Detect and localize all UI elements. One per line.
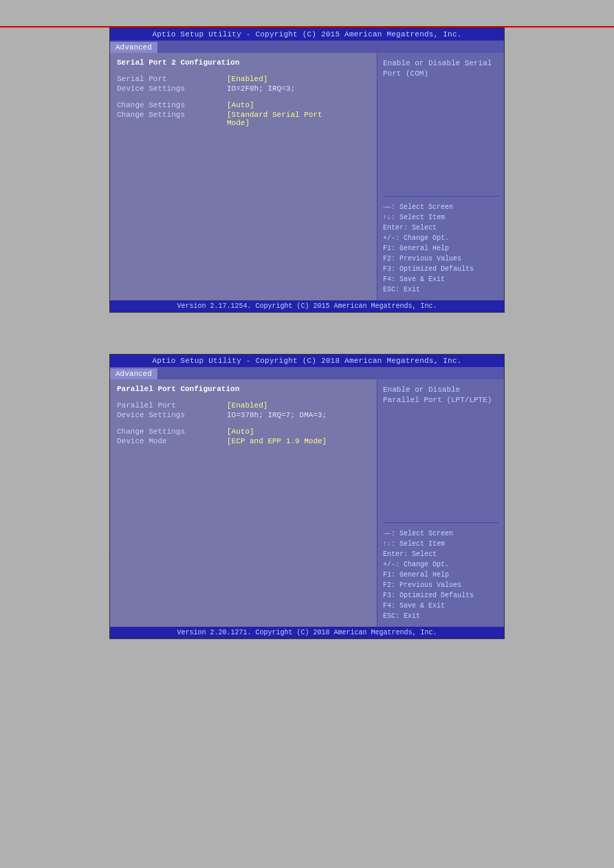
row-change-settings-1a: Change Settings [Auto]: [117, 101, 370, 109]
bios-right-2: Enable or Disable Parallel Port (LPT/LPT…: [377, 379, 504, 627]
spacer-2: [117, 421, 370, 427]
bios-body-1: Serial Port 2 Configuration Serial Port …: [110, 53, 504, 300]
shortcut-select-screen-1: →←: Select Screen: [383, 202, 498, 212]
value-device-settings-2: IO=378h; IRQ=7; DMA=3;: [227, 411, 327, 419]
shortcut-enter-2: Enter: Select: [383, 549, 498, 559]
bios-left-2: Parallel Port Configuration Parallel Por…: [110, 379, 377, 627]
value-device-mode[interactable]: [ECP and EPP 1.9 Mode]: [227, 437, 327, 445]
row-parallel-port: Parallel Port [Enabled]: [117, 401, 370, 410]
bios-right-1: Enable or Disable Serial Port (COM) →←: …: [377, 53, 504, 300]
shortcut-enter-1: Enter: Select: [383, 223, 498, 233]
label-change-settings-2: Change Settings: [117, 427, 227, 436]
label-change-settings-1a: Change Settings: [117, 101, 227, 109]
bios-body-2: Parallel Port Configuration Parallel Por…: [110, 379, 504, 627]
value-change-settings-1b[interactable]: [Standard Serial PortMode]: [227, 111, 322, 127]
bios-tabs-1: Advanced: [110, 41, 504, 53]
label-device-mode: Device Mode: [117, 437, 227, 445]
shortcut-select-item-1: ↑↓: Select Item: [383, 212, 498, 223]
section-title-2: Parallel Port Configuration: [117, 385, 370, 393]
advanced-tab-2[interactable]: Advanced: [110, 368, 157, 379]
advanced-tab-1[interactable]: Advanced: [110, 42, 157, 53]
shortcut-f1-2: F1: General Help: [383, 570, 498, 580]
bios-footer-2: Version 2.20.1271. Copyright (C) 2018 Am…: [110, 627, 504, 638]
value-change-settings-1a[interactable]: [Auto]: [227, 101, 254, 109]
row-device-settings-2: Device Settings IO=378h; IRQ=7; DMA=3;: [117, 411, 370, 419]
shortcut-select-item-2: ↑↓: Select Item: [383, 539, 498, 549]
row-serial-port: Serial Port [Enabled]: [117, 75, 370, 83]
divider-1: [383, 196, 498, 197]
label-serial-port: Serial Port: [117, 75, 227, 83]
value-device-settings-1: IO=2F8h; IRQ=3;: [227, 85, 295, 93]
bios-screen-1: Aptio Setup Utility - Copyright (C) 2015…: [109, 27, 505, 313]
label-device-settings-2: Device Settings: [117, 411, 227, 419]
shortcut-esc-2: ESC: Exit: [383, 611, 498, 621]
bios-header-2: Aptio Setup Utility - Copyright (C) 2018…: [110, 355, 504, 367]
shortcut-change-2: +/-: Change Opt.: [383, 559, 498, 570]
section-title-1: Serial Port 2 Configuration: [117, 58, 370, 67]
label-parallel-port: Parallel Port: [117, 401, 227, 410]
shortcut-f3-1: F3: Optimized Defaults: [383, 264, 498, 274]
bios-footer-1: Version 2.17.1254. Copyright (C) 2015 Am…: [110, 300, 504, 312]
shortcuts-1: →←: Select Screen ↑↓: Select Item Enter:…: [383, 202, 498, 295]
spacer-1: [117, 94, 370, 101]
row-device-mode: Device Mode [ECP and EPP 1.9 Mode]: [117, 437, 370, 445]
help-text-2: Enable or Disable Parallel Port (LPT/LPT…: [383, 385, 498, 517]
shortcut-f4-2: F4: Save & Exit: [383, 601, 498, 611]
shortcut-f4-1: F4: Save & Exit: [383, 274, 498, 285]
row-device-settings-1: Device Settings IO=2F8h; IRQ=3;: [117, 85, 370, 93]
bios-header-1: Aptio Setup Utility - Copyright (C) 2015…: [110, 28, 504, 41]
bios-left-1: Serial Port 2 Configuration Serial Port …: [110, 53, 377, 300]
page-wrapper: manualslib manualslib Aptio Setup Utilit…: [0, 0, 614, 868]
shortcut-change-1: +/-: Change Opt.: [383, 233, 498, 243]
shortcut-f2-1: F2: Previous Values: [383, 254, 498, 264]
label-device-settings-1: Device Settings: [117, 85, 227, 93]
bios-tabs-2: Advanced: [110, 367, 504, 379]
row-change-settings-2: Change Settings [Auto]: [117, 427, 370, 436]
shortcut-f3-2: F3: Optimized Defaults: [383, 590, 498, 601]
row-change-settings-1b: Change Settings [Standard Serial PortMod…: [117, 111, 370, 127]
bios-screen-2: Aptio Setup Utility - Copyright (C) 2018…: [109, 354, 505, 639]
shortcut-f1-1: F1: General Help: [383, 243, 498, 254]
divider-2: [383, 522, 498, 523]
value-serial-port[interactable]: [Enabled]: [227, 75, 267, 83]
shortcuts-2: →←: Select Screen ↑↓: Select Item Enter:…: [383, 528, 498, 621]
shortcut-f2-2: F2: Previous Values: [383, 580, 498, 590]
shortcut-select-screen-2: →←: Select Screen: [383, 528, 498, 539]
help-text-1: Enable or Disable Serial Port (COM): [383, 58, 498, 190]
label-change-settings-1b: Change Settings: [117, 111, 227, 127]
shortcut-esc-1: ESC: Exit: [383, 285, 498, 295]
value-change-settings-2[interactable]: [Auto]: [227, 427, 254, 436]
value-parallel-port[interactable]: [Enabled]: [227, 401, 267, 410]
